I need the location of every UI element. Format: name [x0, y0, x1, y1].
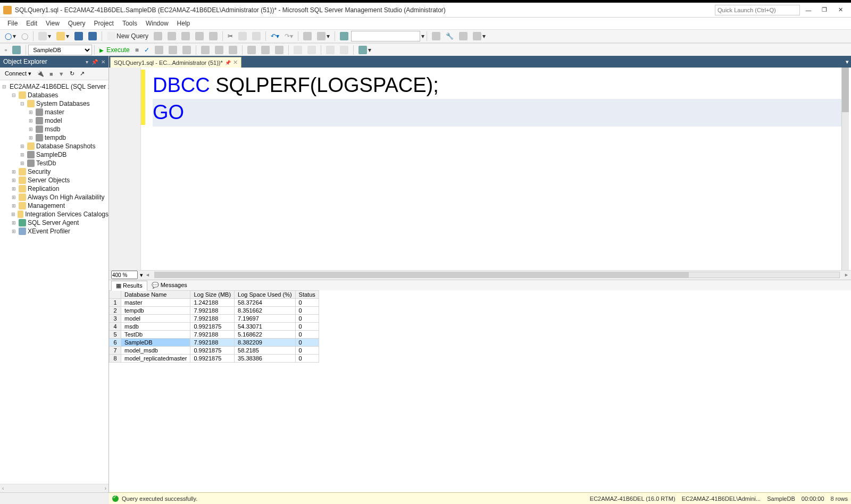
- editor-vscrollbar[interactable]: [841, 68, 849, 270]
- document-tab-active[interactable]: SQLQuery1.sql - EC...Administrator (51))…: [110, 57, 241, 68]
- tb-icon-7[interactable]: ▾: [315, 31, 332, 41]
- tree-server-node[interactable]: ⊟EC2AMAZ-41B6DEL (SQL Server 16.0.10: [0, 82, 109, 91]
- tb2-icon-2[interactable]: [10, 45, 23, 55]
- column-header[interactable]: Status: [295, 290, 319, 298]
- tree-master[interactable]: ⊞master: [0, 108, 109, 116]
- tb-icon-1[interactable]: [152, 31, 164, 41]
- table-row[interactable]: 3model7.9921887.196970: [110, 314, 319, 322]
- tree-server-objects[interactable]: ⊞Server Objects: [0, 176, 109, 184]
- tb-icon-9[interactable]: [430, 31, 443, 41]
- menu-query[interactable]: Query: [64, 19, 90, 28]
- restore-button[interactable]: ❐: [817, 5, 832, 15]
- tree-agent[interactable]: ⊞SQL Server Agent: [0, 219, 109, 227]
- redo-button[interactable]: ↷▾: [282, 31, 295, 41]
- menu-view[interactable]: View: [41, 19, 64, 28]
- close-button[interactable]: ✕: [833, 5, 848, 15]
- find-combo[interactable]: [351, 31, 420, 41]
- tree-isc[interactable]: ⊞Integration Services Catalogs: [0, 210, 109, 219]
- tree-sampledb[interactable]: ⊞SampleDB: [0, 150, 109, 159]
- new-query-button[interactable]: New Query: [105, 31, 151, 41]
- tb2-icon-5[interactable]: [180, 45, 193, 55]
- tree-replication[interactable]: ⊞Replication: [0, 184, 109, 193]
- oe-scrollbar[interactable]: ‹›: [0, 484, 109, 492]
- tb-icon-8[interactable]: [338, 31, 351, 41]
- tree-databases[interactable]: ⊟Databases: [0, 91, 109, 99]
- table-row[interactable]: 4msdb0.992187554.330710: [110, 322, 319, 330]
- pin-icon[interactable]: 📌: [225, 60, 231, 65]
- tb2-icon-7[interactable]: [213, 45, 226, 55]
- tree-testdb[interactable]: ⊞TestDb: [0, 159, 109, 167]
- tb2-icon-12[interactable]: [291, 45, 304, 55]
- tb-icon-3[interactable]: [179, 31, 192, 41]
- tb2-icon-14[interactable]: [324, 45, 337, 55]
- menu-project[interactable]: Project: [90, 19, 118, 28]
- messages-tab[interactable]: 💬Messages: [147, 281, 191, 290]
- tree-db-snapshots[interactable]: ⊞Database Snapshots: [0, 142, 109, 150]
- code-editor[interactable]: DBCC SQLPERF(LOGSPACE); GO: [109, 68, 851, 270]
- tb2-icon-10[interactable]: [259, 45, 272, 55]
- close-icon[interactable]: ✕: [101, 59, 105, 65]
- column-header[interactable]: Log Space Used (%): [235, 290, 296, 298]
- tree-msdb[interactable]: ⊞msdb: [0, 125, 109, 133]
- oe-search-icon[interactable]: ↗: [78, 69, 87, 78]
- copy-button[interactable]: [236, 31, 249, 41]
- quick-launch-input[interactable]: [715, 5, 800, 15]
- close-tab-icon[interactable]: ✕: [233, 59, 238, 66]
- undo-button[interactable]: ↶▾: [269, 31, 281, 41]
- column-header[interactable]: [110, 290, 121, 298]
- column-header[interactable]: Log Size (MB): [190, 290, 235, 298]
- oe-refresh-icon[interactable]: ↻: [68, 69, 77, 78]
- parse-button[interactable]: ✓: [142, 45, 152, 55]
- results-grid[interactable]: Database NameLog Size (MB)Log Space Used…: [109, 290, 851, 493]
- oe-filter-icon[interactable]: ■: [47, 70, 55, 78]
- zoom-dropdown-icon[interactable]: ▾: [140, 272, 143, 279]
- tb2-icon-16[interactable]: ▾: [356, 45, 373, 55]
- tree-system-databases[interactable]: ⊟System Databases: [0, 99, 109, 108]
- menu-edit[interactable]: Edit: [22, 19, 41, 28]
- menu-file[interactable]: File: [3, 19, 22, 28]
- tb-icon-12[interactable]: ▾: [471, 31, 488, 41]
- tab-overflow-icon[interactable]: ▾: [844, 56, 851, 68]
- menu-window[interactable]: Window: [141, 19, 173, 28]
- results-tab[interactable]: ▦Results: [111, 281, 147, 291]
- tb-icon-10[interactable]: 🔧: [444, 31, 456, 41]
- menu-tools[interactable]: Tools: [118, 19, 141, 28]
- table-row[interactable]: 7model_msdb0.992187558.21850: [110, 346, 319, 354]
- tb2-icon-13[interactable]: [305, 45, 318, 55]
- tb2-icon-15[interactable]: [338, 45, 351, 55]
- editor-hscrollbar[interactable]: [154, 272, 840, 278]
- tb-icon-11[interactable]: [457, 31, 470, 41]
- tb2-icon-1[interactable]: ▫: [3, 45, 9, 55]
- cut-button[interactable]: ✂: [226, 31, 235, 41]
- table-row[interactable]: 5TestDb7.9921885.1686220: [110, 330, 319, 338]
- nav-fwd-button[interactable]: ◯: [19, 31, 30, 41]
- tb2-icon-9[interactable]: [245, 45, 258, 55]
- tb-icon-2[interactable]: [165, 31, 178, 41]
- minimize-button[interactable]: —: [801, 5, 816, 15]
- tb2-icon-8[interactable]: [227, 45, 239, 55]
- table-row[interactable]: 1master1.24218858.372640: [110, 298, 319, 306]
- execute-button[interactable]: Execute: [97, 45, 131, 55]
- new-item-button[interactable]: ▾: [36, 31, 53, 41]
- tb2-icon-3[interactable]: [153, 45, 165, 55]
- tree-xevent[interactable]: ⊞XEvent Profiler: [0, 227, 109, 236]
- tb2-icon-6[interactable]: [199, 45, 212, 55]
- save-all-button[interactable]: [86, 31, 99, 41]
- table-row[interactable]: 8model_replicatedmaster0.992187535.38386…: [110, 354, 319, 362]
- database-combo[interactable]: SampleDB: [28, 45, 92, 55]
- menu-help[interactable]: Help: [173, 19, 195, 28]
- stop-button[interactable]: ■: [133, 45, 141, 55]
- oe-stop-icon[interactable]: ▼: [56, 70, 66, 78]
- pin-icon[interactable]: 📌: [91, 59, 98, 65]
- nav-back-button[interactable]: ◯▾: [3, 31, 18, 41]
- tb-icon-4[interactable]: [193, 31, 206, 41]
- tree-model[interactable]: ⊞model: [0, 116, 109, 125]
- paste-button[interactable]: [250, 31, 263, 41]
- table-row[interactable]: 6SampleDB7.9921888.3822090: [110, 338, 319, 346]
- tb2-icon-11[interactable]: [273, 45, 286, 55]
- zoom-combo[interactable]: [111, 271, 138, 279]
- tb-icon-6[interactable]: [301, 31, 314, 41]
- tree-management[interactable]: ⊞Management: [0, 201, 109, 210]
- connect-button[interactable]: Connect ▾: [3, 69, 34, 78]
- tb2-icon-4[interactable]: [166, 45, 179, 55]
